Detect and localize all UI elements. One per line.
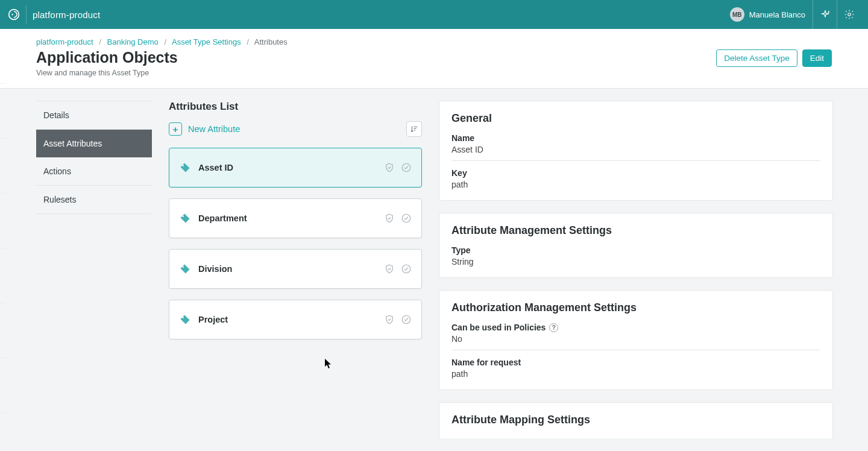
tag-icon xyxy=(179,263,191,275)
svg-point-1 xyxy=(11,14,13,16)
page-subtitle: View and manage this Asset Type xyxy=(36,69,288,77)
name-request-label: Name for request xyxy=(451,358,820,367)
plus-icon[interactable]: + xyxy=(169,122,182,136)
authz-title: Authorization Management Settings xyxy=(451,301,820,314)
crumb-platform[interactable]: platform-product xyxy=(36,37,93,46)
svg-point-3 xyxy=(182,165,184,166)
check-circle-icon xyxy=(401,263,412,274)
left-nav: Details Asset Attributes Actions Ruleset… xyxy=(36,101,152,438)
avatar[interactable]: MB xyxy=(730,7,744,22)
name-request-value: path xyxy=(451,369,820,379)
shield-check-icon xyxy=(384,263,395,274)
page-title: Application Objects xyxy=(36,49,288,66)
sort-button[interactable] xyxy=(406,121,422,137)
attribute-card-department[interactable]: Department xyxy=(169,198,422,238)
shield-check-icon xyxy=(384,162,395,173)
crumb-banking[interactable]: Banking Demo xyxy=(107,37,159,46)
svg-point-9 xyxy=(182,317,184,318)
tag-icon xyxy=(179,162,191,174)
attr-name: Division xyxy=(198,264,232,274)
general-panel: General Name Asset ID Key path xyxy=(439,101,833,201)
key-label: Key xyxy=(451,168,820,178)
check-circle-icon xyxy=(401,314,412,325)
nav-details[interactable]: Details xyxy=(36,101,152,130)
mapping-title: Attribute Mapping Settings xyxy=(451,414,820,426)
details-pane[interactable]: General Name Asset ID Key path Attribute… xyxy=(439,101,841,438)
new-attribute-button[interactable]: New Attribute xyxy=(188,124,240,134)
topbar: platform-product MB Manuela Blanco xyxy=(0,0,868,29)
shield-check-icon xyxy=(384,314,395,325)
logo-icon xyxy=(7,5,27,24)
page-header: platform-product / Banking Demo / Asset … xyxy=(0,29,868,89)
breadcrumb: platform-product / Banking Demo / Asset … xyxy=(36,37,288,46)
attr-name: Asset ID xyxy=(198,163,233,172)
policies-value: No xyxy=(451,334,820,344)
type-label: Type xyxy=(451,245,820,255)
svg-point-5 xyxy=(182,215,184,217)
user-name[interactable]: Manuela Blanco xyxy=(749,10,805,19)
name-label: Name xyxy=(451,133,820,143)
check-circle-icon xyxy=(401,213,412,224)
delete-asset-type-button[interactable]: Delete Asset Type xyxy=(716,49,797,67)
nav-actions[interactable]: Actions xyxy=(36,157,152,186)
attribute-card-asset-id[interactable]: Asset ID xyxy=(169,148,422,188)
tag-icon xyxy=(179,212,191,224)
tag-icon xyxy=(179,314,191,326)
product-name[interactable]: platform-product xyxy=(33,10,100,20)
svg-point-7 xyxy=(182,266,184,268)
edit-button[interactable]: Edit xyxy=(802,49,832,67)
nav-rulesets[interactable]: Rulesets xyxy=(36,186,152,214)
attr-name: Department xyxy=(198,213,247,223)
attributes-list-title: Attributes List xyxy=(169,101,422,113)
crumb-asset-type[interactable]: Asset Type Settings xyxy=(172,37,241,46)
attr-name: Project xyxy=(198,315,228,324)
attribute-mapping-panel: Attribute Mapping Settings xyxy=(439,402,833,438)
body: Details Asset Attributes Actions Ruleset… xyxy=(0,89,868,450)
key-value: path xyxy=(451,180,820,189)
general-title: General xyxy=(451,112,820,125)
attribute-card-project[interactable]: Project xyxy=(169,300,422,339)
crumb-current: Attributes xyxy=(254,37,288,46)
attribute-card-division[interactable]: Division xyxy=(169,249,422,289)
help-icon[interactable]: ? xyxy=(549,323,558,332)
settings-button[interactable] xyxy=(837,0,861,29)
nav-asset-attributes[interactable]: Asset Attributes xyxy=(36,130,152,157)
authz-management-panel: Authorization Management Settings Can be… xyxy=(439,290,833,390)
shield-check-icon xyxy=(384,213,395,224)
check-circle-icon xyxy=(401,162,412,173)
name-value: Asset ID xyxy=(451,145,820,154)
type-value: String xyxy=(451,257,820,266)
policies-label: Can be used in Policies xyxy=(451,323,546,332)
attributes-list: Attributes List + New Attribute Asset ID… xyxy=(169,101,422,438)
attribute-management-panel: Attribute Management Settings Type Strin… xyxy=(439,213,833,278)
attr-mgmt-title: Attribute Management Settings xyxy=(451,224,820,237)
svg-point-2 xyxy=(848,13,851,16)
sparkle-button[interactable] xyxy=(813,0,837,29)
